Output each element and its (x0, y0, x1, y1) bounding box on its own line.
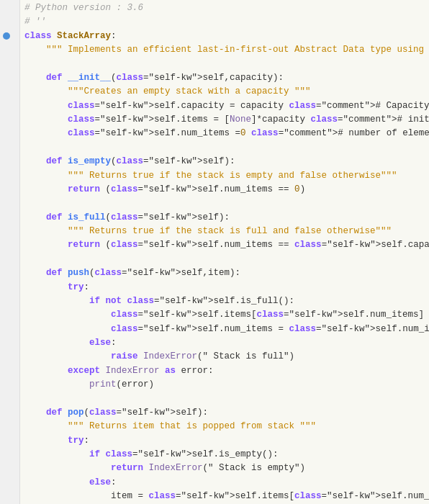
gutter-line-19 (0, 253, 20, 266)
code-line-7: """Creates an empty stack with a capacit… (24, 85, 426, 99)
code-line-10: class="self-kw">self.num_items =0 class=… (24, 127, 426, 140)
code-line-14: return (class="self-kw">self.num_items =… (24, 183, 426, 197)
code-line-19 (24, 253, 426, 266)
gutter-line-17 (0, 225, 20, 238)
code-line-16: def is_full(class="self-kw">self): (24, 211, 426, 225)
code-content[interactable]: # Python version : 3.6# ''class StackArr… (20, 0, 429, 504)
line-number-gutter (0, 0, 20, 504)
gutter-line-9 (0, 113, 20, 127)
code-line-18: return (class="self-kw">self.num_items =… (24, 238, 426, 252)
code-line-24: class="self-kw">self.num_items = class="… (24, 323, 426, 336)
code-line-8: class="self-kw">self.capacity = capacity… (24, 99, 426, 113)
code-line-25: else: (24, 336, 426, 350)
gutter-line-34 (0, 462, 20, 475)
code-line-6: def __init__(class="self-kw">self,capaci… (24, 71, 426, 85)
code-line-2: # '' (24, 15, 426, 29)
code-line-35: else: (24, 476, 426, 490)
gutter-line-31 (0, 420, 20, 433)
gutter-line-26 (0, 350, 20, 364)
gutter-line-1 (0, 1, 20, 15)
gutter-line-28 (0, 378, 20, 392)
gutter-line-23 (0, 308, 20, 322)
code-line-26: raise IndexError(" Stack is full") (24, 350, 426, 364)
code-line-5 (24, 58, 426, 71)
code-line-22: if not class="self-kw">self.is_full(): (24, 294, 426, 308)
gutter-line-30 (0, 406, 20, 420)
gutter-line-35 (0, 476, 20, 490)
gutter-line-20 (0, 266, 20, 280)
code-line-15 (24, 197, 426, 210)
gutter-line-21 (0, 281, 20, 294)
gutter-line-27 (0, 364, 20, 378)
gutter-line-14 (0, 183, 20, 197)
code-line-21: try: (24, 281, 426, 294)
code-line-27: except IndexError as error: (24, 364, 426, 378)
code-line-13: """ Returns true if the stack is empty a… (24, 169, 426, 183)
code-line-11 (24, 141, 426, 155)
gutter-line-11 (0, 141, 20, 155)
gutter-line-3 (0, 30, 20, 43)
gutter-line-6 (0, 71, 20, 85)
gutter-line-8 (0, 99, 20, 113)
gutter-line-25 (0, 336, 20, 350)
breakpoint-3[interactable] (3, 32, 10, 40)
gutter-line-22 (0, 294, 20, 308)
code-editor: # Python version : 3.6# ''class StackArr… (0, 0, 429, 504)
code-line-29 (24, 392, 426, 406)
gutter-line-5 (0, 58, 20, 71)
gutter-line-2 (0, 15, 20, 29)
code-line-1: # Python version : 3.6 (24, 1, 426, 15)
gutter-line-33 (0, 448, 20, 462)
code-line-34: return IndexError(" Stack is empty") (24, 462, 426, 475)
gutter-line-24 (0, 323, 20, 336)
gutter-line-7 (0, 85, 20, 99)
gutter-line-4 (0, 43, 20, 57)
code-line-31: """ Returns item that is popped from sta… (24, 420, 426, 433)
code-line-20: def push(class="self-kw">self,item): (24, 266, 426, 280)
gutter-line-15 (0, 197, 20, 210)
gutter-line-18 (0, 238, 20, 252)
code-line-4: """ Implements an efficient last-in-firs… (24, 43, 426, 57)
gutter-line-13 (0, 169, 20, 183)
gutter-line-36 (0, 490, 20, 503)
code-line-23: class="self-kw">self.items[class="self-k… (24, 308, 426, 322)
code-line-33: if class="self-kw">self.is_empty(): (24, 448, 426, 462)
code-line-36: item = class="self-kw">self.items[class=… (24, 490, 426, 503)
gutter-line-29 (0, 392, 20, 406)
code-line-3: class StackArray: (24, 30, 426, 43)
gutter-line-32 (0, 434, 20, 448)
code-line-30: def pop(class="self-kw">self): (24, 406, 426, 420)
code-line-17: """ Returns true if the stack is full an… (24, 225, 426, 238)
gutter-line-12 (0, 155, 20, 168)
code-line-32: try: (24, 434, 426, 448)
gutter-line-10 (0, 127, 20, 140)
code-line-28: print(error) (24, 378, 426, 392)
code-line-12: def is_empty(class="self-kw">self): (24, 155, 426, 168)
gutter-line-16 (0, 211, 20, 225)
code-line-9: class="self-kw">self.items = [None]*capa… (24, 113, 426, 127)
